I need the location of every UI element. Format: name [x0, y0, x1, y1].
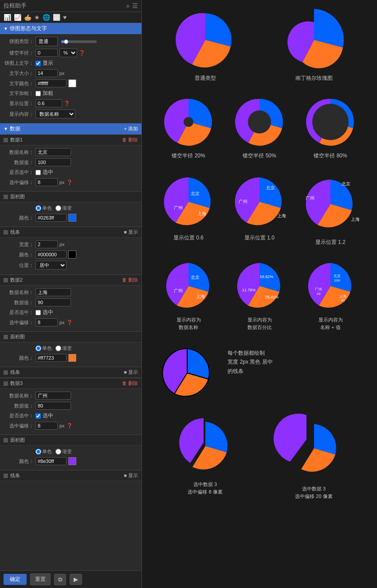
- toolbar-heart-icon[interactable]: ♥: [63, 14, 67, 21]
- data2-area-form: 单色 渐变 颜色：: [0, 342, 141, 367]
- bottom-bar: 确定 重置 ⧉ ▶: [0, 570, 141, 588]
- d3-gradient-radio[interactable]: [55, 449, 61, 455]
- data3-delete-btn[interactable]: 🗑 删除: [122, 380, 138, 387]
- toolbar-pie-icon[interactable]: 🥧: [24, 14, 31, 21]
- d3-value-label: 数据值：: [4, 403, 34, 409]
- text-display-checkbox[interactable]: [35, 61, 41, 66]
- text-color-box[interactable]: [68, 79, 76, 87]
- d2-offset-help[interactable]: ❓: [67, 320, 73, 325]
- d3-color-box[interactable]: [68, 457, 76, 465]
- section-data-title: 数据: [10, 125, 20, 133]
- data2-header[interactable]: 数据2 🗑 删除: [0, 274, 141, 286]
- d1-gradient-radio-label[interactable]: 渐变: [55, 205, 72, 212]
- d1-color-box[interactable]: [68, 214, 76, 222]
- d1-selected-checkbox[interactable]: [35, 170, 41, 175]
- data2-delete-btn[interactable]: 🗑 删除: [122, 277, 138, 283]
- d2-selected-checkbox[interactable]: [35, 310, 41, 315]
- svg-text:广州: 广州: [315, 287, 322, 291]
- d2-single-radio[interactable]: [35, 345, 41, 351]
- data1-delete-btn[interactable]: 🗑 删除: [122, 137, 138, 143]
- reset-btn[interactable]: 重置: [30, 573, 51, 585]
- confirm-btn[interactable]: 确定: [4, 574, 27, 585]
- data1-line-sq: [4, 230, 8, 235]
- data3-area-sq: [4, 438, 8, 443]
- d3-single-radio[interactable]: [35, 449, 41, 455]
- toolbar-rect-icon[interactable]: ⬜: [53, 14, 60, 21]
- d2-offset-unit: px: [59, 320, 65, 325]
- expand-icon[interactable]: »: [126, 2, 130, 9]
- chart-pos10-item: 北京 上海 广州 显示位置 1.0: [226, 173, 293, 246]
- data3-line-show[interactable]: ■ 显示: [124, 472, 138, 479]
- data1-line-header[interactable]: 线条 ■ 显示: [0, 227, 141, 238]
- chart-hollow20-label: 镂空半径 20%: [172, 152, 205, 160]
- toolbar-line-icon[interactable]: 📈: [14, 14, 21, 21]
- d1-offset-input[interactable]: [35, 178, 58, 186]
- copy-btn[interactable]: ⧉: [54, 574, 66, 585]
- toolbar-bar-icon[interactable]: 📊: [4, 14, 11, 21]
- d1-gradient-radio[interactable]: [55, 205, 61, 211]
- data1-line-show[interactable]: ■ 显示: [124, 229, 138, 235]
- d3-selected-checkbox[interactable]: [35, 413, 41, 419]
- chart-normal-item: 普通类型: [155, 9, 255, 82]
- text-color-input[interactable]: [35, 79, 67, 87]
- d2-value-input[interactable]: [35, 298, 71, 306]
- data3-area-header[interactable]: 面积图: [0, 435, 141, 446]
- chart-pos06-item: 北京 上海 广州 显示位置 0.6: [155, 173, 222, 246]
- chart-name-svg: 北京 上海 广州: [162, 259, 215, 313]
- text-size-input[interactable]: [35, 69, 58, 77]
- toolbar-star-icon[interactable]: ★: [34, 14, 40, 21]
- section-pie-header[interactable]: ▼ 饼图形态与文字: [0, 23, 141, 34]
- d3-color-label: 颜色：: [4, 458, 34, 465]
- svg-point-2: [312, 104, 349, 140]
- hollow-unit-select[interactable]: % px: [59, 48, 77, 57]
- d3-offset-input[interactable]: [35, 422, 58, 430]
- data2-line-sq: [4, 370, 8, 375]
- text-bold-checkbox[interactable]: [35, 91, 41, 96]
- display-pos-help-icon[interactable]: ❓: [64, 101, 70, 106]
- toolbar-globe-icon[interactable]: 🌐: [43, 14, 50, 21]
- data1-header[interactable]: 数据1 🗑 删除: [0, 134, 141, 145]
- display-content-select[interactable]: 数据名称 数据百分比 名称 + 值: [35, 110, 75, 118]
- data3-line-header[interactable]: 线条 ■ 显示: [0, 470, 141, 481]
- d2-gradient-text: 渐变: [62, 345, 72, 352]
- data1-line-form: 宽度： px 颜色： 位置： 居中 内侧 外侧: [0, 238, 141, 274]
- svg-text:100: 100: [334, 278, 340, 282]
- d3-value-input[interactable]: [35, 402, 71, 410]
- d2-gradient-radio[interactable]: [55, 345, 61, 351]
- chart-lines-item: [155, 344, 219, 402]
- d1-line-width-input[interactable]: [35, 240, 58, 248]
- data3-header[interactable]: 数据3 🗑 删除: [0, 378, 141, 389]
- d1-line-color-box[interactable]: [68, 251, 76, 259]
- d3-offset-help[interactable]: ❓: [67, 423, 73, 429]
- d1-name-input[interactable]: [35, 148, 71, 156]
- d2-color-input[interactable]: [35, 354, 67, 362]
- d2-name-input[interactable]: [35, 288, 71, 296]
- data2-area-header[interactable]: 面积图: [0, 331, 141, 342]
- d1-single-radio-label[interactable]: 单色: [35, 205, 52, 212]
- text-size-label: 文字大小：: [4, 70, 34, 77]
- data2-sq: [4, 278, 8, 282]
- d1-color-input[interactable]: [35, 214, 67, 222]
- d3-color-input[interactable]: [35, 457, 67, 465]
- d2-color-box[interactable]: [68, 354, 76, 362]
- data2-line-show[interactable]: ■ 显示: [124, 369, 138, 376]
- d2-offset-input[interactable]: [35, 318, 58, 326]
- display-pos-input[interactable]: [35, 99, 62, 107]
- d1-single-radio[interactable]: [35, 205, 41, 211]
- hollow-help-icon[interactable]: ❓: [79, 50, 85, 56]
- menu-icon[interactable]: ☰: [132, 2, 138, 9]
- data1-area-header[interactable]: 面积图: [0, 191, 141, 202]
- pie-type-slider[interactable]: [61, 40, 97, 43]
- chart-hollow50-label: 镂空半径 50%: [243, 152, 276, 160]
- hollow-input[interactable]: 0: [35, 49, 58, 57]
- add-data-btn[interactable]: + 添加: [124, 125, 138, 132]
- d1-value-input[interactable]: [35, 158, 71, 166]
- d1-line-color-input[interactable]: [35, 251, 67, 259]
- d1-line-pos-select[interactable]: 居中 内侧 外侧: [35, 261, 67, 270]
- section-data-header[interactable]: ▼ 数据 + 添加: [0, 123, 141, 134]
- d3-name-input[interactable]: [35, 392, 71, 400]
- charts-row4: 北京 上海 广州 显示内容为数据名称 58.82% 29.41% 11.76% …: [155, 259, 364, 331]
- data2-line-header[interactable]: 线条 ■ 显示: [0, 367, 141, 378]
- d1-offset-help[interactable]: ❓: [67, 180, 73, 185]
- video-btn[interactable]: ▶: [70, 574, 82, 585]
